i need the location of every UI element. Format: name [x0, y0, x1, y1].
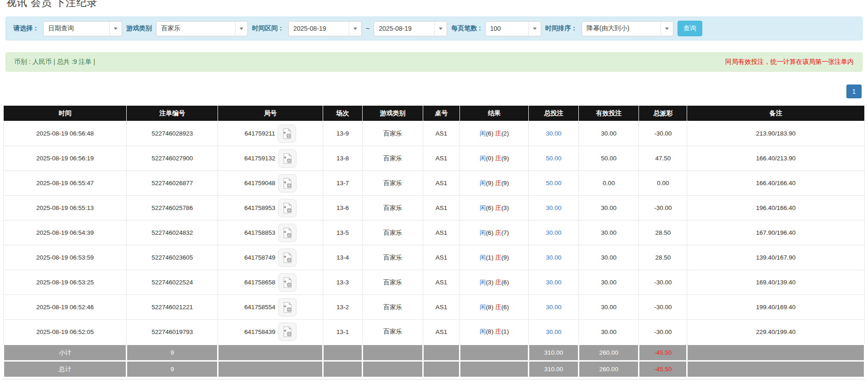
table-row: 2025-08-19 06:52:05522746019793641758439…: [4, 320, 865, 345]
column-header-4: 游戏类别: [363, 106, 423, 121]
total-row-cell-2: [218, 361, 323, 378]
cell-result: 闲(8) 庄(1): [460, 320, 529, 345]
query-type-select[interactable]: 日期查询: [43, 21, 122, 36]
cell-session: 13-8: [323, 146, 362, 171]
cell-table-no: AS1: [423, 270, 460, 295]
video-replay-button[interactable]: [278, 125, 296, 143]
cell-bet-id: 522746023605: [127, 245, 218, 270]
bet-records-table: 时间注单编号局号场次游戏类别桌号结果总投注有效投注总派彩备注 2025-08-1…: [3, 105, 865, 378]
query-type-label: 请选择：: [13, 24, 39, 33]
table-row: 2025-08-19 06:55:13522746025786641758953…: [4, 196, 865, 221]
search-button[interactable]: 查询: [678, 21, 702, 36]
cell-total-bet[interactable]: 30.00: [529, 196, 579, 221]
round-number: 641758554: [244, 304, 275, 311]
total-row-cell-5: [423, 361, 460, 378]
result-player-value: (6): [486, 130, 495, 137]
cell-round-id: 641758953: [218, 196, 323, 221]
cell-session: 13-5: [323, 221, 362, 245]
total-row-cell-6: [460, 361, 529, 378]
cell-bet-id: 522746025786: [127, 196, 218, 221]
subtotal-row-cell-5: [423, 345, 460, 361]
cell-table-no: AS1: [423, 146, 460, 171]
page-button-1[interactable]: 1: [846, 85, 862, 98]
result-banker-value: (3): [501, 204, 509, 211]
video-replay-icon: [281, 128, 293, 140]
cell-session: 13-6: [323, 196, 362, 221]
cell-remark: 167.90/196.40: [687, 221, 865, 245]
cell-table-no: AS1: [423, 171, 460, 196]
video-replay-button[interactable]: [278, 249, 297, 267]
chevron-down-icon[interactable]: [235, 22, 247, 36]
video-replay-button[interactable]: [278, 323, 297, 341]
subtotal-row-cell-0: 小计: [4, 345, 127, 361]
date-to-select[interactable]: 2025-08-19: [374, 21, 447, 36]
result-banker-value: (2): [501, 130, 509, 137]
cell-remark: 166.40/166.40: [687, 171, 865, 196]
column-header-1: 注单编号: [127, 106, 218, 121]
cell-valid-bet: 0.00: [579, 171, 639, 196]
result-player-value: (6): [486, 204, 495, 211]
video-replay-button[interactable]: [278, 149, 297, 168]
date-from-select[interactable]: 2025-08-19: [288, 21, 362, 36]
cell-total-bet[interactable]: 30.00: [529, 245, 579, 270]
cell-time: 2025-08-19 06:54:39: [4, 221, 127, 245]
table-row: 2025-08-19 06:55:47522746026877641759048…: [4, 171, 865, 196]
chevron-down-icon[interactable]: [661, 22, 673, 36]
cell-result: 闲(8) 庄(6): [460, 295, 529, 320]
cell-game-type: 百家乐: [363, 270, 423, 295]
result-banker-label: 庄: [495, 328, 502, 335]
cell-total-bet[interactable]: 50.00: [529, 171, 579, 196]
cell-round-id: 641759132: [218, 146, 323, 171]
cell-result: 闲(9) 庄(9): [460, 171, 529, 196]
time-sort-select[interactable]: 降幂(由大到小): [582, 21, 673, 36]
game-type-select[interactable]: 百家乐: [156, 21, 248, 36]
round-number: 641758749: [244, 254, 275, 261]
cell-total-bet[interactable]: 30.00: [529, 221, 579, 245]
cell-total-bet[interactable]: 50.00: [529, 146, 579, 171]
subtotal-row-cell-7: 310.00: [529, 345, 579, 361]
cell-total-bet[interactable]: 30.00: [529, 320, 579, 345]
table-body: 2025-08-19 06:56:48522746028923641759211…: [4, 121, 865, 378]
date-from-value: 2025-08-19: [289, 22, 349, 36]
time-sort-value: 降幂(由大到小): [582, 22, 661, 36]
column-header-3: 场次: [323, 106, 362, 121]
subtotal-row: 小计9310.00260.00-45.50: [4, 345, 865, 361]
subtotal-row-cell-4: [363, 345, 423, 361]
cell-bet-id: 522746021221: [127, 295, 218, 320]
video-replay-button[interactable]: [278, 298, 297, 317]
result-player-label: 闲: [480, 328, 486, 335]
cell-valid-bet: 30.00: [579, 121, 639, 146]
cell-remark: 213.90/183.90: [687, 121, 865, 146]
cell-total-bet[interactable]: 30.00: [529, 270, 579, 295]
cell-total-bet[interactable]: 30.00: [529, 295, 579, 320]
result-banker-label: 庄: [495, 155, 502, 162]
result-player-value: (8): [486, 304, 495, 311]
column-header-8: 有效投注: [579, 106, 639, 121]
cell-session: 13-9: [323, 121, 362, 146]
cell-game-type: 百家乐: [363, 196, 423, 221]
video-replay-button[interactable]: [278, 199, 297, 217]
video-replay-icon: [281, 277, 293, 289]
total-row-cell-9: -45.50: [639, 361, 687, 378]
chevron-down-icon[interactable]: [528, 22, 541, 36]
chevron-down-icon[interactable]: [109, 22, 122, 36]
table-row: 2025-08-19 06:54:39522746024832641758853…: [4, 221, 865, 245]
cell-table-no: AS1: [423, 295, 460, 320]
total-bet-link: 30.00: [546, 229, 561, 236]
video-replay-button[interactable]: [278, 224, 297, 242]
chevron-down-icon[interactable]: [434, 22, 447, 36]
cell-remark: 169.40/139.40: [687, 270, 865, 295]
info-bar: 币别 : 人民币 | 总共 :9 注单 | 同局有效投注，统一计算在该局第一张注…: [6, 52, 862, 72]
video-replay-icon: [281, 177, 293, 189]
table-row: 2025-08-19 06:53:59522746023605641758749…: [4, 245, 865, 270]
cell-payout: -30.00: [639, 295, 687, 320]
cell-total-bet[interactable]: 30.00: [529, 121, 579, 146]
time-sort-label: 时间排序：: [545, 24, 577, 33]
video-replay-button[interactable]: [278, 174, 297, 192]
video-replay-button[interactable]: [278, 273, 297, 292]
result-banker-value: (1): [501, 328, 509, 335]
result-player-value: (0): [486, 155, 495, 162]
result-banker-label: 庄: [495, 204, 502, 211]
page-size-select[interactable]: 100: [485, 21, 541, 36]
chevron-down-icon[interactable]: [349, 22, 361, 36]
